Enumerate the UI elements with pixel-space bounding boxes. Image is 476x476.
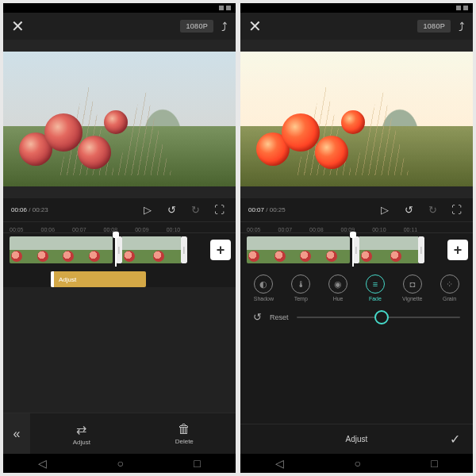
play-icon[interactable]: ▷ [139,204,156,216]
clip-1[interactable] [10,236,113,263]
clip-1[interactable] [247,236,350,263]
delete-button[interactable]: 🗑 Delete [133,413,236,454]
hue-icon: ◉ [328,274,347,294]
bottombar: « ⇄ Adjust 🗑 Delete [3,413,236,454]
nav-back-icon[interactable]: ◁ [275,457,284,470]
fullscreen-icon[interactable]: ⛶ [447,204,465,216]
sliders-icon: ⇄ [76,422,86,437]
back-button[interactable]: « [3,413,30,454]
adjust-vignette[interactable]: ◘ Vignette [393,274,431,301]
timeline[interactable]: | | + [3,233,236,267]
editor-right: ✕ 1080P ⤴ 00:07 / 00:25 ▷ ↺ ↻ ⛶ 00:0500:… [240,3,473,473]
thermometer-icon: 🌡 [291,274,310,294]
fullscreen-icon[interactable]: ⛶ [210,204,228,216]
confirm-bar: Adjust ✓ [240,424,473,454]
export-icon[interactable]: ⤴ [221,20,228,33]
check-icon[interactable]: ✓ [450,432,460,447]
nav-recent-icon[interactable]: □ [431,457,437,470]
confirm-label: Adjust [346,435,368,443]
timecode: 00:07 / 00:25 [248,206,286,213]
undo-icon[interactable]: ↺ [400,204,417,216]
clip-handle-left[interactable]: | [353,236,359,263]
playbar: 00:06 / 00:23 ▷ ↺ ↻ ⛶ [3,198,236,222]
close-icon[interactable]: ✕ [248,17,262,36]
resolution-button[interactable]: 1080P [417,20,451,33]
redo-icon[interactable]: ↻ [424,204,441,216]
redo-icon[interactable]: ↻ [186,204,204,216]
clip-2[interactable]: | | [353,236,424,263]
timecode: 00:06 / 00:23 [11,206,48,213]
adjust-hue[interactable]: ◉ Hue [320,274,357,301]
export-icon[interactable]: ⤴ [459,20,465,33]
effect-tag-adjust[interactable]: Adjust [51,271,146,287]
playhead[interactable] [352,233,354,267]
adjust-fade[interactable]: ≡ Fade [356,274,393,301]
time-ruler: 00:0500:0700:0800:0900:1000:11 [240,222,473,233]
add-clip-button[interactable]: + [447,240,468,260]
value-slider[interactable] [297,317,460,318]
add-clip-button[interactable]: + [210,240,231,260]
adjust-grain[interactable]: ⁘ Grain [431,274,468,301]
topbar: ✕ 1080P ⤴ [3,13,236,40]
statusbar [3,3,236,13]
android-navbar: ◁ ○ □ [3,454,236,473]
play-icon[interactable]: ▷ [376,204,393,216]
topbar: ✕ 1080P ⤴ [240,13,473,40]
close-icon[interactable]: ✕ [11,17,25,36]
undo-icon[interactable]: ↺ [163,204,180,216]
timeline[interactable]: | | + [240,233,473,267]
time-ruler: 00:0500:0600:0700:0800:0900:10 [3,222,236,233]
adjust-temp[interactable]: 🌡 Temp [282,274,320,301]
editor-left: ✕ 1080P ⤴ 00:06 / 00:23 ▷ ↺ ↻ ⛶ 00:0500:… [3,3,236,473]
nav-recent-icon[interactable]: □ [194,457,200,470]
resolution-button[interactable]: 1080P [180,20,213,33]
clip-handle-right[interactable]: | [181,236,187,263]
trash-icon: 🗑 [178,422,190,436]
nav-back-icon[interactable]: ◁ [38,457,47,470]
reset-label[interactable]: Reset [270,313,289,321]
nav-home-icon[interactable]: ○ [355,457,361,470]
clip-handle-left[interactable]: | [116,236,122,263]
android-navbar: ◁ ○ □ [240,454,473,473]
adjust-shadow[interactable]: ◐ Shadow [245,274,282,301]
shadow-icon: ◐ [254,274,273,294]
slider-row: ↺ Reset [240,305,473,329]
clip-2[interactable]: | | [116,236,187,263]
vignette-icon: ◘ [403,274,422,294]
video-preview[interactable] [240,40,473,198]
fade-icon: ≡ [366,274,385,294]
clip-handle-right[interactable]: | [418,236,424,263]
playbar: 00:07 / 00:25 ▷ ↺ ↻ ⛶ [240,198,473,222]
reset-icon[interactable]: ↺ [253,311,262,323]
nav-home-icon[interactable]: ○ [117,457,124,470]
statusbar [240,3,473,13]
adjust-options: ◐ Shadow 🌡 Temp ◉ Hue ≡ Fade ◘ Vignette … [240,267,473,305]
video-preview[interactable] [3,40,236,198]
playhead[interactable] [115,233,117,267]
grain-icon: ⁘ [440,274,459,294]
adjust-button[interactable]: ⇄ Adjust [30,413,133,454]
